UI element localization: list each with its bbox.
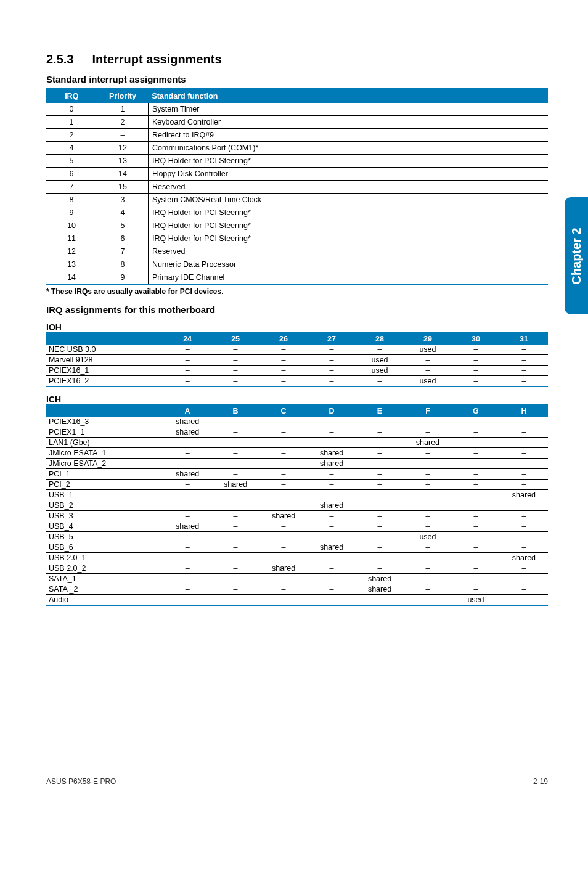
grid-cell: – xyxy=(500,366,548,376)
irq-cell: 1 xyxy=(46,116,97,129)
grid-col-header: 28 xyxy=(356,333,404,345)
grid-cell xyxy=(452,490,500,500)
function-cell: Floppy Disk Controller xyxy=(149,168,549,181)
grid-col-header: C xyxy=(259,405,308,417)
grid-cell: – xyxy=(163,574,211,584)
grid-cell: shared xyxy=(211,480,259,490)
function-cell: Redirect to IRQ#9 xyxy=(149,129,549,142)
grid-cell: – xyxy=(452,469,500,480)
grid-col-header: E xyxy=(356,405,404,417)
sidebar-chapter-tab: Chapter 2 xyxy=(565,197,588,314)
grid-cell: – xyxy=(163,511,211,521)
priority-cell: 3 xyxy=(97,194,149,206)
table-row: LAN1 (Gbe)–––––shared–– xyxy=(46,438,548,448)
row-label: NEC USB 3.0 xyxy=(46,345,163,355)
grid-cell: – xyxy=(259,521,308,532)
grid-col-header: 30 xyxy=(452,333,500,345)
grid-cell: – xyxy=(356,532,404,542)
grid-cell: – xyxy=(259,427,308,438)
priority-cell: 9 xyxy=(97,271,149,285)
row-label: SATA _2 xyxy=(46,584,163,595)
table-row: 138Numeric Data Processor xyxy=(46,258,548,271)
grid-cell: – xyxy=(259,345,308,355)
grid-cell: – xyxy=(211,469,259,480)
t1-col-function: Standard function xyxy=(149,89,549,103)
grid-cell xyxy=(356,490,404,500)
grid-cell: – xyxy=(308,574,356,584)
function-cell: Keyboard Controller xyxy=(149,116,549,129)
grid-cell: used xyxy=(356,355,404,366)
row-label: USB_6 xyxy=(46,542,163,553)
grid-cell: – xyxy=(500,469,548,480)
grid-cell: – xyxy=(452,480,500,490)
grid-cell: – xyxy=(356,563,404,574)
table1-footnote: * These IRQs are usually available for P… xyxy=(46,287,548,296)
grid-cell: – xyxy=(404,511,452,521)
grid-cell: – xyxy=(500,427,548,438)
grid-cell: – xyxy=(211,584,259,595)
grid-cell: shared xyxy=(259,511,308,521)
grid-cell: – xyxy=(163,438,211,448)
grid-cell xyxy=(259,490,308,500)
table-row: 116IRQ Holder for PCI Steering* xyxy=(46,232,548,245)
grid-cell: – xyxy=(259,459,308,469)
function-cell: Reserved xyxy=(149,181,549,194)
function-cell: Reserved xyxy=(149,245,549,258)
grid-cell: – xyxy=(500,345,548,355)
row-label: PCIEX16_1 xyxy=(46,366,163,376)
grid-cell: – xyxy=(452,376,500,387)
grid-cell xyxy=(452,500,500,511)
grid-cell: – xyxy=(163,459,211,469)
table2-heading: IRQ assignments for this motherboard xyxy=(46,304,548,315)
ioh-subheading: IOH xyxy=(46,322,548,332)
standard-irq-table: IRQ Priority Standard function 01System … xyxy=(46,88,548,285)
grid-col-header: H xyxy=(500,405,548,417)
table-row: PCIEX16_2–––––used–– xyxy=(46,376,548,387)
footer-right: 2-19 xyxy=(533,777,548,786)
grid-cell xyxy=(404,490,452,500)
grid-cell xyxy=(259,500,308,511)
irq-cell: 11 xyxy=(46,232,97,245)
ich-table: ABCDEFGH PCIEX16_3shared–––––––PCIEX1_1s… xyxy=(46,404,548,606)
table-row: 2–Redirect to IRQ#9 xyxy=(46,129,548,142)
grid-cell: used xyxy=(404,532,452,542)
table-row: 715Reserved xyxy=(46,181,548,194)
grid-cell: – xyxy=(500,417,548,427)
grid-cell: shared xyxy=(259,563,308,574)
grid-cell: – xyxy=(452,366,500,376)
table-row: USB 2.0_2––shared––––– xyxy=(46,563,548,574)
grid-cell: – xyxy=(356,469,404,480)
grid-cell: – xyxy=(259,574,308,584)
grid-cell: – xyxy=(404,355,452,366)
grid-cell: – xyxy=(404,459,452,469)
table1-heading: Standard interrupt assignments xyxy=(46,74,548,84)
grid-cell: – xyxy=(308,366,356,376)
table-row: USB 2.0_1–––––––shared xyxy=(46,553,548,563)
section-number: 2.5.3 xyxy=(46,52,73,66)
row-label: USB 2.0_1 xyxy=(46,553,163,563)
grid-cell: – xyxy=(211,574,259,584)
grid-cell: shared xyxy=(308,542,356,553)
grid-cell: – xyxy=(259,438,308,448)
grid-cell: – xyxy=(211,448,259,459)
grid-cell: – xyxy=(500,574,548,584)
table-row: NEC USB 3.0–––––used–– xyxy=(46,345,548,355)
priority-cell: 1 xyxy=(97,103,149,116)
grid-cell: used xyxy=(356,366,404,376)
table-row: USB_5–––––used–– xyxy=(46,532,548,542)
grid-cell: – xyxy=(404,448,452,459)
grid-cell: – xyxy=(500,511,548,521)
function-cell: Primary IDE Channel xyxy=(149,271,549,285)
grid-cell: – xyxy=(404,574,452,584)
t1-col-priority: Priority xyxy=(97,89,149,103)
grid-cell: – xyxy=(211,553,259,563)
grid-cell: – xyxy=(500,376,548,387)
grid-cell xyxy=(163,490,211,500)
grid-cell: – xyxy=(308,584,356,595)
table-row: 614Floppy Disk Controller xyxy=(46,168,548,181)
table-row: SATA _2––––shared––– xyxy=(46,584,548,595)
grid-cell: – xyxy=(452,584,500,595)
grid-col-label xyxy=(46,405,163,417)
grid-cell xyxy=(211,490,259,500)
priority-cell: 8 xyxy=(97,258,149,271)
